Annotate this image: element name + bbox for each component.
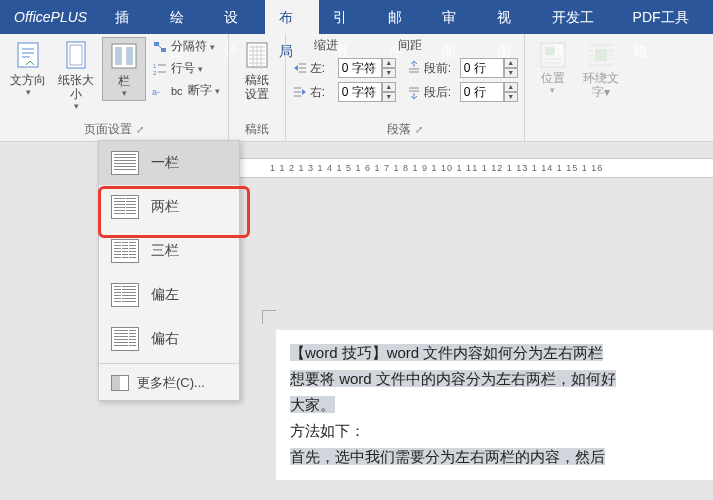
- size-icon: [60, 39, 92, 71]
- columns-left[interactable]: 偏左: [99, 273, 239, 317]
- group-paragraph: 缩进 间距 左: ▲▼ 段前: ▲▼ 右: ▲▼ 段后: ▲▼ 段落⤢: [286, 34, 525, 141]
- tab-pdf[interactable]: PDF工具箱: [619, 0, 713, 34]
- spin-down[interactable]: ▼: [504, 68, 518, 78]
- svg-text:1: 1: [153, 63, 157, 69]
- spacing-after-input[interactable]: ▲▼: [460, 82, 518, 102]
- columns-dropdown: 一栏 两栏 三栏 偏左 偏右 更多栏(C)...: [98, 140, 240, 401]
- spacing-before-icon: [406, 60, 422, 76]
- hyphenation-button[interactable]: a-bc断字▾: [150, 81, 222, 100]
- one-column-icon: [111, 151, 139, 175]
- right-column-icon: [111, 327, 139, 351]
- size-button[interactable]: 纸张大小▾: [54, 37, 98, 113]
- indent-left-input[interactable]: ▲▼: [338, 58, 396, 78]
- tab-draw[interactable]: 绘图: [156, 0, 211, 34]
- spin-up[interactable]: ▲: [382, 58, 396, 68]
- spin-down[interactable]: ▼: [382, 92, 396, 102]
- tab-design[interactable]: 设计: [210, 0, 265, 34]
- spacing-header: 间距: [398, 37, 422, 54]
- columns-icon: [108, 40, 140, 72]
- group-label: 页面设置: [84, 121, 132, 138]
- svg-rect-11: [545, 47, 555, 55]
- svg-rect-12: [595, 49, 607, 61]
- orientation-button[interactable]: 文方向▾: [6, 37, 50, 99]
- spin-down[interactable]: ▼: [382, 68, 396, 78]
- tab-insert[interactable]: 插入: [101, 0, 156, 34]
- tab-officeplus[interactable]: OfficePLUS: [0, 0, 101, 34]
- tab-dev[interactable]: 开发工具: [538, 0, 619, 34]
- breaks-button[interactable]: 分隔符▾: [150, 37, 222, 56]
- group-label: 段落: [387, 121, 411, 138]
- dialog-launcher-icon[interactable]: ⤢: [136, 124, 144, 135]
- three-column-icon: [111, 239, 139, 263]
- columns-one[interactable]: 一栏: [99, 141, 239, 185]
- orientation-icon: [12, 39, 44, 71]
- separator: [99, 363, 239, 364]
- spin-up[interactable]: ▲: [504, 58, 518, 68]
- indent-header: 缩进: [314, 37, 338, 54]
- line-num-icon: 12: [152, 61, 168, 77]
- indent-left-icon: [292, 60, 308, 76]
- group-arrange: 位置▾ 环绕文字▾: [525, 34, 629, 141]
- columns-right[interactable]: 偏右: [99, 317, 239, 361]
- columns-two[interactable]: 两栏: [99, 185, 239, 229]
- indent-right-icon: [292, 84, 308, 100]
- horizontal-ruler[interactable]: 1 1 2 1 3 1 4 1 5 1 6 1 7 1 8 1 9 1 10 1…: [240, 158, 713, 178]
- hyphen-icon: a-: [152, 83, 168, 99]
- page-corner: [262, 310, 276, 324]
- position-button[interactable]: 位置▾: [531, 37, 575, 97]
- spin-up[interactable]: ▲: [504, 82, 518, 92]
- tab-references[interactable]: 引用: [319, 0, 374, 34]
- tab-review[interactable]: 审阅: [428, 0, 483, 34]
- line-numbers-button[interactable]: 12行号▾: [150, 59, 222, 78]
- tab-bar: OfficePLUS 插入 绘图 设计 布局 引用 邮件 审阅 视图 开发工具 …: [0, 0, 713, 34]
- indent-right-input[interactable]: ▲▼: [338, 82, 396, 102]
- more-columns[interactable]: 更多栏(C)...: [99, 366, 239, 400]
- svg-text:a-: a-: [152, 87, 160, 97]
- paper-icon: [241, 39, 273, 71]
- paper-settings-button[interactable]: 稿纸设置: [235, 37, 279, 103]
- dialog-launcher-icon[interactable]: ⤢: [415, 124, 423, 135]
- columns-button[interactable]: 栏▾: [102, 37, 146, 101]
- left-column-icon: [111, 283, 139, 307]
- svg-text:2: 2: [153, 70, 157, 76]
- columns-three[interactable]: 三栏: [99, 229, 239, 273]
- group-paper: 稿纸设置 稿纸: [229, 34, 286, 141]
- tab-view[interactable]: 视图: [483, 0, 538, 34]
- wrap-button[interactable]: 环绕文字▾: [579, 37, 623, 101]
- wrap-icon: [585, 39, 617, 71]
- tab-mail[interactable]: 邮件: [374, 0, 429, 34]
- group-page-setup: 文方向▾ 纸张大小▾ 栏▾ 分隔符▾ 12行号▾ a-bc断字▾ 页面设置⤢: [0, 34, 229, 141]
- document-body[interactable]: 【word 技巧】word 文件内容如何分为左右两栏 想要将 word 文件中的…: [276, 330, 713, 480]
- position-icon: [537, 39, 569, 71]
- svg-rect-4: [115, 47, 122, 65]
- spacing-before-input[interactable]: ▲▼: [460, 58, 518, 78]
- two-column-icon: [111, 195, 139, 219]
- spin-up[interactable]: ▲: [382, 82, 396, 92]
- tab-layout[interactable]: 布局: [265, 0, 320, 34]
- ribbon: 文方向▾ 纸张大小▾ 栏▾ 分隔符▾ 12行号▾ a-bc断字▾ 页面设置⤢ 稿…: [0, 34, 713, 142]
- svg-rect-5: [126, 47, 133, 65]
- spin-down[interactable]: ▼: [504, 92, 518, 102]
- more-columns-icon: [111, 375, 129, 391]
- breaks-icon: [152, 39, 168, 55]
- spacing-after-icon: [406, 84, 422, 100]
- group-label: 稿纸: [229, 118, 285, 141]
